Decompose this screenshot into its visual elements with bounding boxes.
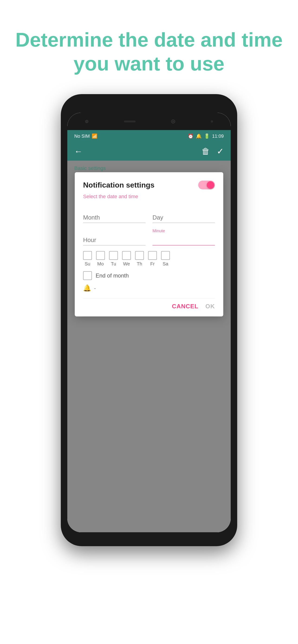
minute-field-wrap: Minute [152, 228, 215, 246]
hour-minute-row: Minute [83, 228, 215, 246]
tuesday-label: Tu [111, 261, 116, 266]
thursday-checkbox[interactable] [135, 251, 144, 260]
sunday-checkbox[interactable] [83, 251, 92, 260]
bell-icon: 🔔 [83, 284, 91, 292]
thursday-label: Th [137, 261, 142, 266]
saturday-checkbox[interactable] [161, 251, 170, 260]
monday-label: Mo [97, 261, 104, 266]
wednesday-checkbox[interactable] [122, 251, 131, 260]
status-right: ⏰ 🔔 🔋 11:09 [188, 133, 224, 139]
back-button[interactable]: ← [74, 146, 83, 156]
saturday-label: Sa [163, 261, 168, 266]
minute-input[interactable] [152, 235, 215, 246]
dialog-header: Notification settings [83, 180, 215, 190]
mute-icon: 🔔 [196, 133, 202, 139]
dow-thursday: Th [135, 251, 144, 266]
friday-checkbox[interactable] [148, 251, 157, 260]
phone-shell: No SIM 📶 ⏰ 🔔 🔋 11:09 ← 🗑 ✓ [61, 94, 237, 546]
dow-tuesday: Tu [109, 251, 118, 266]
day-input[interactable] [152, 212, 215, 223]
battery-icon: 🔋 [204, 133, 210, 139]
dow-sunday: Su [83, 251, 92, 266]
month-field-wrap [83, 206, 146, 223]
days-of-week-row: Su Mo Tu [83, 251, 215, 266]
camera-front [85, 120, 88, 123]
hour-field-wrap [83, 228, 146, 246]
phone-wrapper: No SIM 📶 ⏰ 🔔 🔋 11:09 ← 🗑 ✓ [61, 94, 237, 546]
dialog-overlay: Notification settings Select the date an… [67, 161, 231, 532]
delete-button[interactable]: 🗑 [201, 146, 210, 156]
selfie-camera [171, 120, 175, 124]
hour-input[interactable] [83, 235, 146, 246]
dow-friday: Fr [148, 251, 157, 266]
bell-row: 🔔 - [83, 284, 215, 292]
month-day-row [83, 206, 215, 223]
wednesday-label: We [123, 261, 130, 266]
bell-dash: - [94, 285, 96, 292]
friday-label: Fr [150, 261, 155, 266]
status-left: No SIM 📶 [74, 133, 98, 139]
notification-dialog: Notification settings Select the date an… [75, 172, 223, 316]
status-bar: No SIM 📶 ⏰ 🔔 🔋 11:09 [67, 130, 231, 142]
minute-label: Minute [152, 228, 215, 234]
sunday-label: Su [85, 261, 90, 266]
speaker-notch [124, 120, 136, 122]
headline: Determine the date and time you want to … [6, 28, 292, 76]
end-of-month-checkbox[interactable] [83, 271, 92, 280]
dialog-subtitle: Select the date and time [83, 194, 215, 200]
dialog-actions: CANCEL OK [83, 298, 215, 310]
day-field-wrap [152, 206, 215, 223]
dialog-title: Notification settings [83, 181, 155, 190]
signal-icon: 📶 [92, 133, 98, 139]
headline-text: Determine the date and time you want to … [15, 28, 283, 76]
end-of-month-label: End of month [96, 272, 129, 279]
day-label [152, 206, 215, 212]
monday-checkbox[interactable] [96, 251, 105, 260]
tuesday-checkbox[interactable] [109, 251, 118, 260]
app-content: Basic settings Notification settings [67, 161, 231, 532]
dow-monday: Mo [96, 251, 105, 266]
month-label [83, 206, 146, 212]
notification-toggle[interactable] [198, 180, 215, 190]
month-input[interactable] [83, 212, 146, 223]
nav-bar: ← 🗑 ✓ [67, 142, 231, 161]
alarm-icon: ⏰ [188, 133, 194, 139]
ok-button[interactable]: OK [205, 303, 215, 310]
cancel-button[interactable]: CANCEL [172, 303, 198, 310]
dow-wednesday: We [122, 251, 131, 266]
time-display: 11:09 [212, 134, 224, 139]
sensor [211, 120, 213, 123]
hour-label [83, 228, 146, 234]
dow-saturday: Sa [161, 251, 170, 266]
confirm-button[interactable]: ✓ [217, 146, 224, 156]
end-of-month-row: End of month [83, 271, 215, 280]
phone-screen: No SIM 📶 ⏰ 🔔 🔋 11:09 ← 🗑 ✓ [67, 113, 231, 532]
